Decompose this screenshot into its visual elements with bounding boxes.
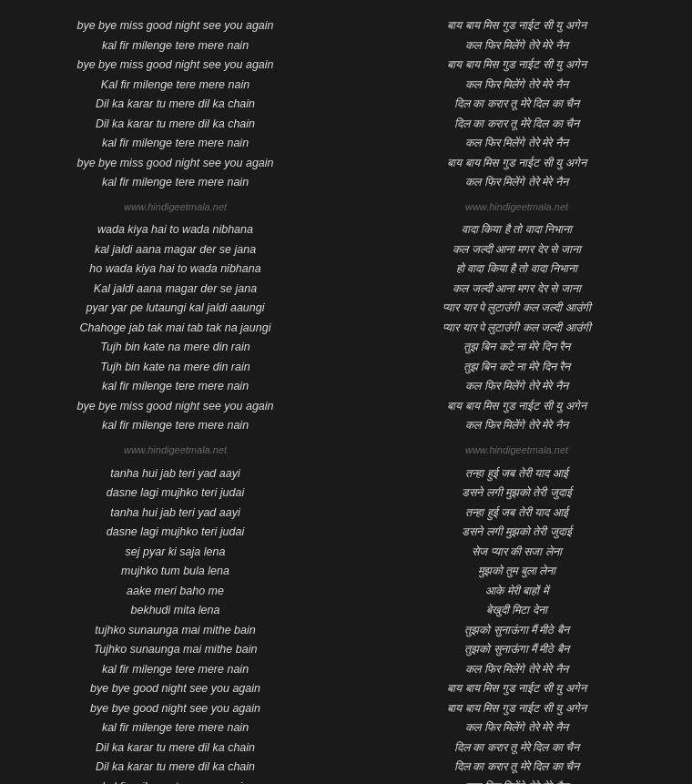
lyric-line-hindi: कल जल्दी आना मगर देर से जाना [351, 240, 683, 260]
lyric-line-hindi: मुझको तुम बुला लेना [351, 562, 683, 582]
spacer [9, 193, 341, 197]
lyric-line-hindi: बाय बाय मिस गुड नाईट सी यु अगेन [351, 16, 683, 36]
lyric-line: ho wada kiya hai to wada nibhana [9, 260, 341, 280]
lyric-line: sej pyar ki saja lena [9, 543, 341, 563]
lyric-line-hindi: दिल का करार तू मेरे दिल का चैन [351, 95, 683, 115]
watermark: www.hindigeetmala.net [351, 199, 683, 216]
lyric-line-hindi: प्यार यार पे लुटाउंगी कल जल्दी आउंगी [351, 299, 683, 319]
lyric-line-hindi: आके मेरी बाहों में [351, 582, 683, 602]
lyric-line: pyar yar pe lutaungi kal jaldi aaungi [9, 299, 341, 319]
watermark: www.hindigeetmala.net [351, 442, 683, 459]
lyric-line: Kal fir milenge tere mere nain [9, 76, 341, 96]
lyric-line-hindi: डसने लगी मुझको तेरी जुदाई [351, 523, 683, 543]
lyric-line: mujhko tum bula lena [9, 562, 341, 582]
lyric-line-hindi: कल फिर मिलेंगे तेरे मेरे नैन [351, 173, 683, 193]
lyric-line: dasne lagi mujhko teri judai [9, 484, 341, 504]
lyric-line-hindi: बाय बाय मिस गुड नाईट सी यु अगेन [351, 154, 683, 174]
lyric-line: kal fir milenge tere mere nain [9, 416, 341, 436]
right-column: बाय बाय मिस गुड नाईट सी यु अगेनकल फिर मि… [351, 16, 683, 784]
lyric-line: dasne lagi mujhko teri judai [9, 523, 341, 543]
left-column: bye bye miss good night see you againkal… [9, 16, 341, 784]
lyric-line-hindi: कल फिर मिलेंगे तेरे मेरे नैन [351, 36, 683, 56]
lyric-line: bye bye miss good night see you again [9, 154, 341, 174]
lyric-line-hindi: तुझ बिन कटे ना मेरे दिन रैन [351, 338, 683, 358]
lyric-line: Kal jaldi aana magar der se jana [9, 280, 341, 300]
lyric-line: kal fir milenge tere mere nain [9, 173, 341, 193]
lyric-line-hindi: तुझ बिन कटे ना मेरे दिन रैन [351, 358, 683, 378]
lyric-line: Tujh bin kate na mere din rain [9, 358, 341, 378]
lyric-line-hindi: दिल का करार तू मेरे दिल का चैन [351, 115, 683, 135]
lyric-line-hindi: कल फिर मिलेंगे तेरे मेरे नैन [351, 377, 683, 397]
lyric-line: bye bye miss good night see you again [9, 56, 341, 76]
lyric-line-hindi: तुझको सुनाऊंगा मैं मीठे बैन [351, 640, 683, 660]
spacer [351, 436, 683, 440]
lyric-line: Tujh bin kate na mere din rain [9, 338, 341, 358]
lyric-line-hindi: हो वादा किया है तो वादा निभाना [351, 260, 683, 280]
lyric-line: Dil ka karar tu mere dil ka chain [9, 738, 341, 759]
lyric-line: bye bye good night see you again [9, 679, 341, 699]
lyric-line-hindi: बाय बाय मिस गुड नाईट सी यु अगेन [351, 56, 683, 76]
lyric-line-hindi: बेखुदी मिटा देना [351, 601, 683, 621]
lyric-line: Chahoge jab tak mai tab tak na jaungi [9, 319, 341, 339]
lyric-line-hindi: वादा किया है तो वादा निभाना [351, 220, 683, 240]
lyric-line: kal jaldi aana magar der se jana [9, 240, 341, 260]
lyric-line: tanha hui jab teri yad aayi [9, 464, 341, 484]
lyric-line: Dil ka karar tu mere dil ka chain [9, 95, 341, 115]
lyric-line-hindi: तन्हा हुई जब तेरी याद आई [351, 504, 683, 524]
lyric-line: bye bye miss good night see you again [9, 16, 341, 36]
lyric-line: kal fir milenge tere mere nain [9, 377, 341, 397]
lyric-line-hindi: कल फिर मिलेंगे तेरे मेरे नैन [351, 416, 683, 436]
lyric-line: wada kiya hai to wada nibhana [9, 220, 341, 240]
lyric-line-hindi: कल फिर मिलेंगे तेरे मेरे नैन [351, 718, 683, 738]
lyric-line: kal fir milenge tere mere nain [9, 778, 341, 784]
lyric-line-hindi: दिल का करार तू मेरे दिल का चैन [351, 738, 683, 759]
spacer [9, 436, 341, 440]
lyric-line: kal fir milenge tere mere nain [9, 718, 341, 738]
lyric-line: kal fir milenge tere mere nain [9, 36, 341, 56]
lyric-line-hindi: बाय बाय मिस गुड नाईट सी यु अगेन [351, 397, 683, 417]
lyric-line: kal fir milenge tere mere nain [9, 134, 341, 154]
lyric-line-hindi: कल फिर मिलेंगे तेरे मेरे नैन [351, 134, 683, 154]
lyric-line-hindi: प्यार यार पे लुटाउंगी कल जल्दी आउंगी [351, 319, 683, 339]
lyric-line-hindi: सेज प्यार की सजा लेना [351, 543, 683, 563]
lyric-line-hindi: कल फिर मिलेंगे तेरे मेरे नैन [351, 660, 683, 680]
lyric-line-hindi: कल जल्दी आना मगर देर से जाना [351, 280, 683, 300]
watermark: www.hindigeetmala.net [9, 199, 341, 216]
lyric-line: Dil ka karar tu mere dil ka chain [9, 115, 341, 135]
lyric-line-hindi: दिल का करार तू मेरे दिल का चैन [351, 758, 683, 778]
lyric-line-hindi: बाय बाय मिस गुड नाईट सी यु अगेन [351, 699, 683, 719]
lyric-line: bekhudi mita lena [9, 601, 341, 621]
lyric-line-hindi: बाय बाय मिस गुड नाईट सी यु अगेन [351, 679, 683, 699]
lyric-line: aake meri baho me [9, 582, 341, 602]
lyric-line: tujhko sunaunga mai mithe bain [9, 621, 341, 641]
lyric-line: bye bye miss good night see you again [9, 397, 341, 417]
lyric-line-hindi: तन्हा हुई जब तेरी याद आई [351, 464, 683, 484]
lyric-line-hindi: कल फिर मिलेंगे तेरे मेरे नैन [351, 76, 683, 96]
lyric-line: kal fir milenge tere mere nain [9, 660, 341, 680]
watermark: www.hindigeetmala.net [9, 442, 341, 459]
lyrics-container: bye bye miss good night see you againkal… [0, 0, 692, 784]
spacer [351, 193, 683, 197]
lyric-line-hindi: तुझको सुनाऊंगा मैं मीठे बैन [351, 621, 683, 641]
lyric-line-hindi: डसने लगी मुझको तेरी जुदाई [351, 484, 683, 504]
lyric-line-hindi: कल फिर मिलेंगे तेरे मेरे नैन [351, 778, 683, 784]
lyric-line: bye bye good night see you again [9, 699, 341, 719]
lyric-line: tanha hui jab teri yad aayi [9, 504, 341, 524]
lyric-line: Tujhko sunaunga mai mithe bain [9, 640, 341, 660]
lyric-line: Dil ka karar tu mere dil ka chain [9, 758, 341, 778]
